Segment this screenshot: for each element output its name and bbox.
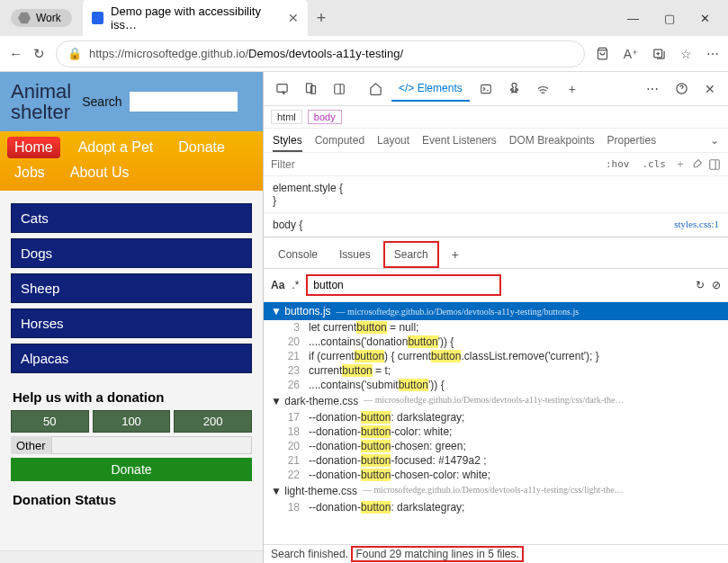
regex-toggle[interactable]: .* [292,279,299,291]
computed-toggle-icon[interactable] [708,158,721,171]
reader-icon[interactable]: A⁺ [624,47,638,61]
result-line[interactable]: 20--donation-button-chosen: green; [264,439,728,453]
more-icon[interactable]: ⋯ [706,47,719,61]
profile-label: Work [36,12,61,24]
lock-icon: 🔒 [67,47,82,60]
filter-input[interactable] [271,158,597,171]
url-path: Demos/devtools-a11y-testing/ [248,47,403,60]
body-rule: body { [273,219,719,231]
footer-prefix: Search finished. [271,548,351,560]
svg-rect-5 [481,85,490,93]
properties-tab[interactable]: Properties [607,134,657,152]
result-line[interactable]: 18--donation-button: darkslategray; [264,500,728,514]
new-tab-button[interactable]: + [317,9,327,28]
result-line[interactable]: 21--donation-button-focused: #1479a2 ; [264,453,728,468]
dom-bp-tab[interactable]: DOM Breakpoints [509,134,595,152]
breadcrumb-html[interactable]: html [271,110,302,124]
dock-icon[interactable] [327,76,352,102]
listeners-tab[interactable]: Event Listeners [422,134,497,152]
svg-rect-1 [276,85,286,93]
refresh-search-icon[interactable]: ↻ [696,279,705,291]
computed-tab[interactable]: Computed [315,134,364,152]
result-line[interactable]: 18--donation-button-color: white; [264,424,728,439]
console-icon[interactable] [473,76,499,102]
animal-cats[interactable]: Cats [11,203,252,233]
drawer-search[interactable]: Search [383,241,439,268]
maximize-button[interactable]: ▢ [664,12,675,25]
collections-icon[interactable] [652,47,666,61]
close-tab-icon[interactable]: ✕ [288,11,299,25]
help-icon[interactable] [669,76,694,102]
animal-horses[interactable]: Horses [11,308,252,338]
amount-200[interactable]: 200 [174,410,252,433]
profile-icon [18,12,31,24]
close-devtools-icon[interactable]: ✕ [697,76,723,102]
refresh-button[interactable]: ↻ [33,46,45,62]
result-line[interactable]: 23currentbutton = t; [264,363,728,378]
drawer-console[interactable]: Console [269,243,327,266]
animal-sheep[interactable]: Sheep [11,273,252,303]
result-line[interactable]: 21if (currentbutton) { currentbutton.cla… [264,349,728,363]
amount-50[interactable]: 50 [11,410,89,433]
cls-toggle[interactable]: .cls [639,157,670,171]
hov-toggle[interactable]: :hov [602,157,634,171]
drawer-issues[interactable]: Issues [330,243,380,266]
breadcrumb-body[interactable]: body [308,110,342,124]
result-line[interactable]: 3let currentbutton = null; [264,320,728,335]
animal-alpacas[interactable]: Alpacas [11,344,252,373]
browser-tab[interactable]: Demo page with accessibility iss… ✕ [83,0,308,37]
other-amount-input[interactable] [51,436,252,454]
styles-tab[interactable]: Styles [273,134,302,152]
minimize-button[interactable]: — [627,12,639,25]
site-brand: Animal shelter [11,81,71,122]
layout-tab[interactable]: Layout [377,134,409,152]
svg-rect-4 [335,84,345,94]
drawer-add-icon[interactable]: + [443,242,468,267]
shopping-icon[interactable] [596,47,609,61]
animal-dogs[interactable]: Dogs [11,238,252,268]
amount-100[interactable]: 100 [93,410,171,433]
close-window-button[interactable]: ✕ [700,12,710,25]
clear-search-icon[interactable]: ⊘ [712,279,721,291]
brush-icon[interactable] [691,158,703,170]
nav-donate[interactable]: Donate [171,137,232,158]
styles-source-link[interactable]: styles.css:1 [674,219,719,229]
back-button[interactable]: ← [9,46,22,61]
profile-pill[interactable]: Work [11,9,72,27]
case-toggle[interactable]: Aa [271,279,284,291]
welcome-icon[interactable] [363,76,388,102]
result-line[interactable]: 20....contains('donationbutton')) { [264,335,728,349]
result-line[interactable]: 26....contains('submitbutton')) { [264,378,728,392]
footer-result: Found 29 matching lines in 5 files. [351,546,523,562]
inspect-icon[interactable] [269,76,294,102]
search-input[interactable] [130,92,238,112]
new-rule-icon[interactable]: ＋ [675,156,686,172]
element-style-rule: element.style { [273,182,719,194]
nav-home[interactable]: Home [7,137,60,158]
tab-elements[interactable]: </> Elements [391,76,470,102]
favorite-icon[interactable]: ☆ [680,47,692,61]
sources-icon[interactable] [502,76,527,102]
result-file-header[interactable]: ▼ buttons.js — microsoftedge.github.io/D… [264,302,728,320]
result-file-header[interactable]: ▼ light-theme.css — microsoftedge.github… [264,482,728,500]
url-host: https://microsoftedge.github.io/ [89,47,248,60]
result-line[interactable]: 17--donation-button: darkslategray; [264,410,728,424]
horizontal-scrollbar[interactable] [0,550,263,563]
add-tab-icon[interactable]: + [560,76,585,102]
donation-heading: Help us with a donation [0,379,263,410]
more-tools-icon[interactable]: ⋯ [640,76,665,102]
nav-adopt[interactable]: Adopt a Pet [71,137,161,158]
nav-about[interactable]: About Us [63,162,137,183]
brace-close: } [273,194,719,207]
search-input[interactable] [306,274,500,296]
tab-title: Demo page with accessibility iss… [111,4,281,31]
network-icon[interactable] [531,76,556,102]
style-more-icon[interactable]: ⌄ [710,134,719,152]
address-bar[interactable]: 🔒 https://microsoftedge.github.io/Demos/… [56,40,585,67]
result-file-header[interactable]: ▼ dark-theme.css — microsoftedge.github.… [264,392,728,410]
donate-button[interactable]: Donate [11,458,252,481]
device-icon[interactable] [298,76,323,102]
donation-status-heading: Donation Status [0,481,263,513]
nav-jobs[interactable]: Jobs [7,162,52,183]
result-line[interactable]: 22--donation-button-chosen-color: white; [264,468,728,482]
